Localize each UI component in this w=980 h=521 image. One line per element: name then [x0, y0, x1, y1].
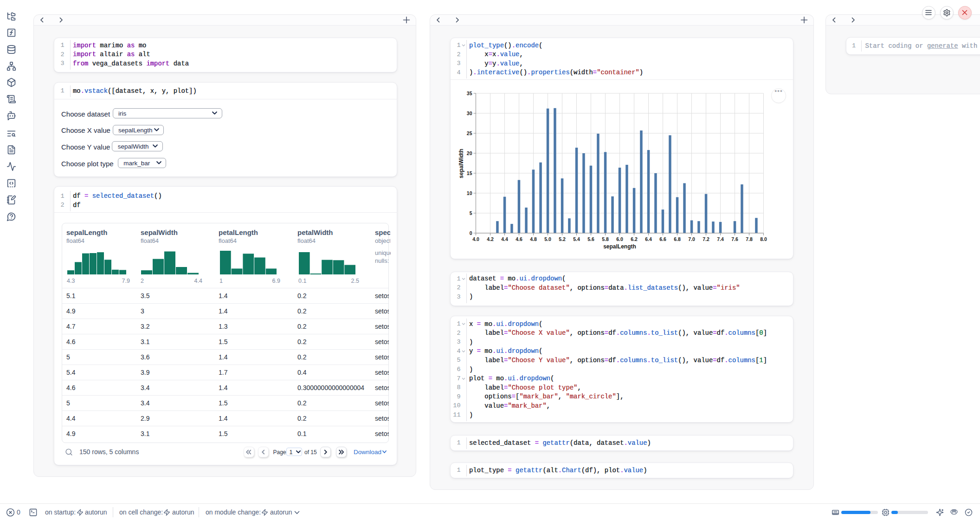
svg-text:6.4: 6.4 — [645, 236, 652, 242]
svg-text:7.8: 7.8 — [746, 236, 753, 242]
svg-text:25: 25 — [467, 130, 472, 136]
svg-text:10: 10 — [467, 190, 472, 196]
svg-text:6.6: 6.6 — [659, 236, 666, 242]
svg-text:8.0: 8.0 — [760, 236, 767, 242]
svg-text:5.0: 5.0 — [544, 236, 551, 242]
svg-text:35: 35 — [467, 91, 472, 96]
svg-text:5.6: 5.6 — [587, 236, 594, 242]
svg-text:5.8: 5.8 — [602, 236, 609, 242]
svg-text:7.4: 7.4 — [717, 236, 724, 242]
svg-text:6.2: 6.2 — [631, 236, 638, 242]
svg-text:4.6: 4.6 — [516, 236, 522, 242]
svg-text:5.2: 5.2 — [559, 236, 566, 242]
svg-text:7.2: 7.2 — [703, 236, 709, 242]
svg-text:30: 30 — [467, 111, 472, 116]
svg-text:sepalWidth: sepalWidth — [458, 149, 464, 178]
svg-text:6.0: 6.0 — [616, 236, 623, 242]
svg-text:15: 15 — [467, 170, 472, 176]
svg-text:7.6: 7.6 — [731, 236, 738, 242]
svg-text:5.4: 5.4 — [573, 236, 580, 242]
svg-text:5: 5 — [470, 210, 472, 216]
svg-text:4.2: 4.2 — [487, 236, 494, 242]
svg-text:4.8: 4.8 — [530, 236, 537, 242]
svg-text:7.0: 7.0 — [688, 236, 695, 242]
svg-text:4.0: 4.0 — [472, 236, 479, 242]
svg-text:20: 20 — [467, 150, 472, 156]
svg-text:0: 0 — [470, 230, 472, 236]
svg-text:4.4: 4.4 — [501, 236, 508, 242]
svg-text:6.8: 6.8 — [674, 236, 681, 242]
svg-text:sepalLength: sepalLength — [603, 243, 636, 250]
